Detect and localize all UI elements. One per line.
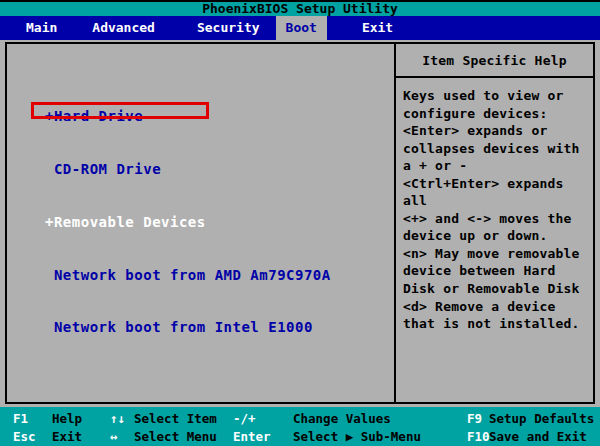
key-enter: Enter [233,428,271,446]
label-help: Help [52,410,82,428]
tab-main[interactable]: Main [26,16,57,40]
label-select-sub-menu: Select ▶ Sub-Menu [293,428,421,446]
key-f9: F9 [467,410,482,428]
boot-item-network-intel[interactable]: Network boot from Intel E1000 [45,319,394,337]
up-down-arrows-icon: ↑↓ [110,410,125,428]
boot-item-removable-devices-selected[interactable]: +Removable Devices [45,214,394,232]
bios-setup-screen: PhoenixBIOS Setup Utility Main Advanced … [0,0,600,446]
tab-security[interactable]: Security [197,16,260,40]
key-hint-row-1: F1 Help ↑↓ Select Item -/+ Change Values… [0,410,600,428]
boot-item-network-amd[interactable]: Network boot from AMD Am79C970A [45,267,394,285]
main-area: +Hard Drive CD-ROM Drive +Removable Devi… [0,40,600,407]
key-f1: F1 [13,410,28,428]
key-hint-bar: F1 Help ↑↓ Select Item -/+ Change Values… [0,407,600,446]
help-panel-text: Keys used to view or configure devices: … [396,78,593,342]
page-title: PhoenixBIOS Setup Utility [202,1,398,16]
key-esc: Esc [13,428,36,446]
boot-item-hard-drive[interactable]: +Hard Drive [45,108,394,126]
tab-boot-active[interactable]: Boot [276,16,327,40]
boot-order-panel: +Hard Drive CD-ROM Drive +Removable Devi… [5,42,396,404]
label-select-item: Select Item [134,410,217,428]
item-specific-help-panel: Item Specific Help Keys used to view or … [394,42,595,404]
label-exit: Exit [52,428,82,446]
tab-exit[interactable]: Exit [362,16,393,40]
label-select-menu: Select Menu [134,428,217,446]
left-right-arrows-icon: ↔ [110,428,118,446]
key-f10: F10 [467,428,490,446]
label-change-values: Change Values [293,410,391,428]
tab-advanced[interactable]: Advanced [92,16,155,40]
title-bar: PhoenixBIOS Setup Utility [0,0,600,16]
label-save-and-exit: Save and Exit [489,428,587,446]
label-setup-defaults: Setup Defaults [489,410,594,428]
help-panel-title: Item Specific Help [396,44,593,78]
boot-item-cdrom-drive[interactable]: CD-ROM Drive [45,161,394,179]
key-hint-row-2: Esc Exit ↔ Select Menu Enter Select ▶ Su… [0,428,600,446]
key-minus-plus: -/+ [233,410,256,428]
boot-device-list: +Hard Drive CD-ROM Drive +Removable Devi… [7,44,394,390]
menu-bar: Main Advanced Security Boot Exit [0,16,600,40]
